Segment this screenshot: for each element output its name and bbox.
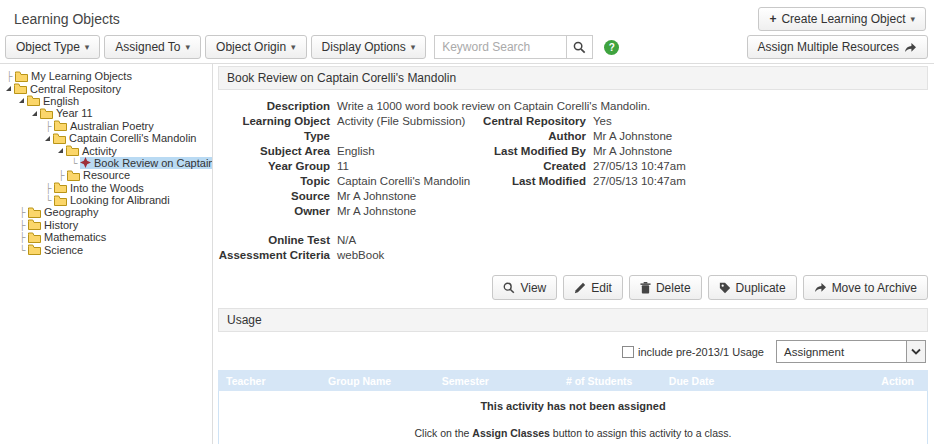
top-bar: Learning Objects + Create Learning Objec…: [0, 0, 934, 36]
tree-item-year-11[interactable]: Year 11: [4, 107, 212, 119]
tree-item-book-review-selected[interactable]: └ Book Review on Captain Corelli's Mando…: [4, 157, 212, 169]
tree-connector: ├: [6, 71, 14, 81]
folder-icon: [66, 145, 79, 156]
create-learning-object-label: Create Learning Object: [781, 12, 905, 26]
field-label: Learning Object Type: [218, 114, 330, 144]
display-options-dropdown[interactable]: Display Options ▾: [311, 35, 427, 59]
expand-triangle-icon[interactable]: [45, 136, 50, 141]
hint-bold: Assign Classes: [472, 427, 550, 439]
edit-button[interactable]: Edit: [563, 275, 623, 300]
tree-item-central-repository[interactable]: Central Repository: [4, 82, 212, 94]
tree-item-geography[interactable]: ├ Geography: [4, 206, 212, 218]
search-input[interactable]: [434, 35, 566, 59]
folder-icon: [54, 195, 67, 206]
field-value: Activity (File Submission): [337, 114, 465, 144]
object-actions: View Edit Delete Duplicate Move to Archi…: [218, 275, 928, 300]
field-value: Yes: [593, 114, 612, 129]
tree-item-label: History: [44, 219, 78, 231]
field-label: Last Modified By: [458, 144, 586, 159]
search-button[interactable]: [566, 35, 593, 59]
tree-item-label: My Learning Objects: [31, 70, 132, 82]
tree-item-label: Science: [44, 244, 83, 256]
tree-item-label: Activity: [82, 145, 117, 157]
field-value: Mr A Johnstone: [593, 144, 672, 159]
col-group-name: Group Name: [328, 375, 442, 387]
move-to-archive-button[interactable]: Move to Archive: [803, 275, 928, 300]
usage-table-header: Teacher Group Name Semester # of Student…: [218, 370, 928, 391]
folder-icon: [53, 133, 66, 144]
tree-item-into-the-woods[interactable]: ├ Into the Woods: [4, 182, 212, 194]
expand-triangle-icon[interactable]: [58, 148, 63, 153]
field-value: N/A: [337, 233, 356, 248]
tree-item-english[interactable]: English: [4, 95, 212, 107]
tree-connector: ├: [19, 207, 27, 217]
plus-icon: +: [769, 12, 776, 26]
col-due-date: Due Date: [669, 375, 772, 387]
duplicate-button[interactable]: Duplicate: [708, 275, 797, 300]
chevron-down-icon: ▾: [291, 42, 296, 52]
detail-panel: Book Review on Captain Corelli's Mandoli…: [213, 64, 934, 444]
usage-table: Teacher Group Name Semester # of Student…: [218, 370, 928, 444]
magnifier-icon: [503, 282, 515, 294]
col-num-students: # of Students: [566, 375, 669, 387]
include-pre-2013-usage-checkbox-group[interactable]: include pre-2013/1 Usage: [622, 346, 764, 358]
tree-item-mathematics[interactable]: ├ Mathematics: [4, 231, 212, 243]
tree-item-looking-for-alibrandi[interactable]: └ Looking for Alibrandi: [4, 194, 212, 206]
field-label: Subject Area: [218, 144, 330, 159]
object-origin-label: Object Origin: [216, 40, 286, 54]
include-pre-2013-usage-checkbox[interactable]: [622, 346, 634, 358]
tree-item-label: Year 11: [56, 107, 93, 119]
usage-type-selected-value: Assignment: [784, 346, 844, 358]
col-semester: Semester: [442, 375, 566, 387]
chevron-down-icon: [906, 341, 925, 362]
folder-icon: [28, 244, 41, 255]
learning-objects-tree: ├ My Learning Objects Central Repository…: [0, 64, 213, 444]
forward-arrow-icon: [814, 282, 827, 293]
assign-multiple-label: Assign Multiple Resources: [758, 40, 899, 54]
tree-item-activity[interactable]: Activity: [4, 144, 212, 156]
tree-connector: └: [71, 158, 79, 168]
folder-icon: [28, 232, 41, 243]
forward-arrow-icon: [904, 42, 917, 53]
tree-item-my-learning-objects[interactable]: ├ My Learning Objects: [4, 70, 212, 82]
object-type-dropdown[interactable]: Object Type ▾: [5, 35, 100, 59]
tree-item-captain-corellis-mandolin[interactable]: Captain Corelli's Mandolin: [4, 132, 212, 144]
assigned-to-dropdown[interactable]: Assigned To ▾: [104, 35, 201, 59]
usage-section-header: Usage: [218, 308, 928, 332]
usage-table-empty-state: This activity has not been assigned Clic…: [218, 391, 928, 444]
col-action: Action: [772, 375, 928, 387]
expand-triangle-icon[interactable]: [32, 111, 37, 116]
keyword-search-group: [434, 35, 593, 59]
field-label: Online Test: [218, 233, 330, 248]
duplicate-label: Duplicate: [736, 281, 786, 295]
field-value: 27/05/13 10:47am: [593, 174, 686, 189]
tree-item-label: Into the Woods: [70, 182, 144, 194]
object-fields-extra: Online TestN/A Assessment CriteriawebBoo…: [218, 233, 928, 263]
object-fields-right: Central RepositoryYes AuthorMr A Johnsto…: [458, 114, 686, 189]
tree-item-australian-poetry[interactable]: ├ Australian Poetry: [4, 120, 212, 132]
assigned-to-label: Assigned To: [115, 40, 180, 54]
object-origin-dropdown[interactable]: Object Origin ▾: [205, 35, 307, 59]
usage-type-select[interactable]: Assignment: [776, 340, 926, 363]
folder-icon: [67, 170, 80, 181]
folder-icon: [14, 83, 27, 94]
tree-item-label: Mathematics: [44, 231, 106, 243]
field-value: Mr A Johnstone: [593, 129, 672, 144]
tree-connector: └: [45, 195, 53, 205]
assign-multiple-resources-button[interactable]: Assign Multiple Resources: [747, 35, 928, 59]
view-button[interactable]: View: [492, 275, 557, 300]
tree-item-resource[interactable]: ├ Resource: [4, 169, 212, 181]
delete-button[interactable]: Delete: [629, 275, 702, 300]
tree-item-history[interactable]: ├ History: [4, 219, 212, 231]
create-learning-object-button[interactable]: + Create Learning Object ▾: [758, 7, 926, 31]
move-to-archive-label: Move to Archive: [832, 281, 917, 295]
help-icon[interactable]: ?: [604, 40, 619, 55]
field-label: Last Modified: [458, 174, 586, 189]
selected-tree-item[interactable]: Book Review on Captain Corelli's Mandoli…: [80, 157, 212, 169]
expand-triangle-icon[interactable]: [19, 98, 24, 103]
tree-connector: ├: [19, 232, 27, 242]
field-value: Captain Corelli's Mandolin: [337, 174, 470, 189]
tree-item-science[interactable]: └ Science: [4, 243, 212, 255]
expand-triangle-icon[interactable]: [6, 86, 11, 91]
assign-classes-hint: Click on the Assign Classes button to as…: [219, 426, 927, 441]
